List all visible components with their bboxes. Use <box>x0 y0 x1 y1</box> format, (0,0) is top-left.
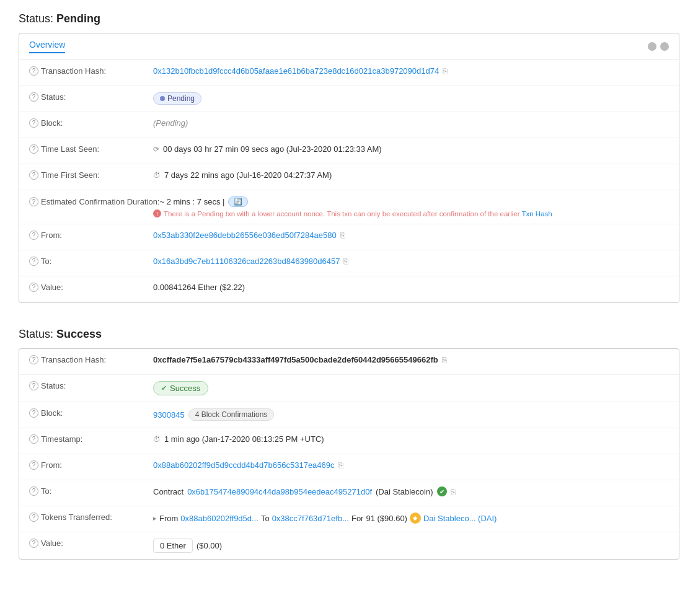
time-first-seen-row: ? Time First Seen: ⏱ 7 days 22 mins ago … <box>19 164 679 190</box>
value-value-success: 0 Ether ($0.00) <box>153 539 669 553</box>
timestamp-value: ⏱ 1 min ago (Jan-17-2020 08:13:25 PM +UT… <box>153 434 669 444</box>
time-last-help-icon[interactable]: ? <box>29 144 38 154</box>
txn-hash-link[interactable]: Txn Hash <box>521 210 552 218</box>
from-row-pending: ? From: 0x53ab330f2ee86debb26556e036ed50… <box>19 224 679 250</box>
tx-hash-copy-icon-s[interactable]: ⎘ <box>442 355 447 364</box>
block-pending-text: (Pending) <box>153 118 188 128</box>
dai-token-icon: ◈ <box>410 513 421 524</box>
value-value-pending: 0.00841264 Ether ($2.22) <box>153 283 669 292</box>
tokens-label: ? Tokens Transferred: <box>29 513 153 522</box>
to-contract-text: Contract <box>153 487 183 496</box>
time-first-seen-label: ? Time First Seen: <box>29 170 153 180</box>
to-address-link[interactable]: 0x16a3bd9c7eb11106326cad2263bd8463980d64… <box>153 257 340 266</box>
info-icon: ! <box>153 209 161 218</box>
card-header-pending: Overview <box>19 33 679 60</box>
dot-2 <box>660 42 669 51</box>
tx-hash-help-icon[interactable]: ? <box>29 66 38 76</box>
value-row-success: ? Value: 0 Ether ($0.00) <box>19 532 679 559</box>
status-label-success: ? Status: <box>29 381 153 390</box>
token-from-link[interactable]: 0x88ab60202ff9d5d... <box>180 514 258 523</box>
tokens-value: ▸ From 0x88ab60202ff9d5d... To 0x38cc7f7… <box>153 513 669 524</box>
timestamp-help-icon[interactable]: ? <box>29 434 38 444</box>
token-arrow: ▸ <box>153 514 157 522</box>
to-label-success: ? To: <box>29 486 153 496</box>
block-help-icon[interactable]: ? <box>29 118 38 128</box>
value-help-icon-s[interactable]: ? <box>29 539 38 548</box>
timestamp-row: ? Timestamp: ⏱ 1 min ago (Jan-17-2020 08… <box>19 428 679 454</box>
est-confirm-value: ~ 2 mins : 7 secs | 🔄 <box>159 196 669 207</box>
to-contract-name: (Dai Stablecoin) <box>376 487 433 496</box>
status-row-success: ? Status: Success <box>19 375 679 402</box>
est-confirm-badge: 🔄 <box>228 196 248 207</box>
from-copy-icon[interactable]: ⎘ <box>340 231 345 240</box>
pending-card: Overview ? Transaction Hash: 0x132b10fbc… <box>19 33 679 303</box>
status-badge-pending: Pending <box>153 92 201 105</box>
to-row-success: ? To: Contract 0x6b175474e89094c44da98b9… <box>19 480 679 506</box>
est-confirm-label: ? Estimated Confirmation Duration: <box>29 196 159 207</box>
block-row-pending: ? Block: (Pending) <box>19 112 679 138</box>
value-label-success: ? Value: <box>29 539 153 548</box>
status-help-icon[interactable]: ? <box>29 92 38 102</box>
block-value-pending: (Pending) <box>153 118 669 128</box>
status-label-pending: ? Status: <box>29 92 153 102</box>
from-help-icon-s[interactable]: ? <box>29 460 38 470</box>
from-help-icon[interactable]: ? <box>29 231 38 240</box>
block-label-pending: ? Block: <box>29 118 153 128</box>
tx-hash-label-success: ? Transaction Hash: <box>29 355 153 364</box>
est-help-icon[interactable]: ? <box>29 197 38 206</box>
tokens-row: ? Tokens Transferred: ▸ From 0x88ab60202… <box>19 506 679 532</box>
from-value-pending: 0x53ab330f2ee86debb26556e036ed50f7284ae5… <box>153 231 669 240</box>
time-last-seen-label: ? Time Last Seen: <box>29 144 153 154</box>
to-copy-icon[interactable]: ⎘ <box>343 257 348 266</box>
tx-hash-link[interactable]: 0x132b10fbcb1d9fccc4d6b05afaae1e61b6ba72… <box>153 66 439 76</box>
tokens-help-icon[interactable]: ? <box>29 513 38 522</box>
from-row-success: ? From: 0x88ab60202ff9d5d9ccdd4b4d7b656c… <box>19 454 679 480</box>
tx-hash-label: ? Transaction Hash: <box>29 66 153 76</box>
tx-hash-value: 0x132b10fbcb1d9fccc4d6b05afaae1e61b6ba72… <box>153 66 669 76</box>
tx-hash-copy-icon[interactable]: ⎘ <box>443 66 448 76</box>
clock-icon-last: ⟳ <box>153 145 159 154</box>
status-badge-success: Success <box>153 381 208 395</box>
block-help-icon-s[interactable]: ? <box>29 408 38 418</box>
tx-hash-row: ? Transaction Hash: 0x132b10fbcb1d9fccc4… <box>19 60 679 86</box>
status-help-icon-s[interactable]: ? <box>29 381 38 390</box>
to-row-pending: ? To: 0x16a3bd9c7eb11106326cad2263bd8463… <box>19 250 679 276</box>
from-value-success: 0x88ab60202ff9d5d9ccdd4b4d7b656c5317ea46… <box>153 460 669 470</box>
overview-tab[interactable]: Overview <box>29 40 65 53</box>
to-label-pending: ? To: <box>29 257 153 266</box>
from-label-success: ? From: <box>29 460 153 470</box>
tx-hash-value-success: 0xcffade7f5e1a67579cb4333aff497fd5a500cb… <box>153 355 669 364</box>
time-last-seen-value: ⟳ 00 days 03 hr 27 min 09 secs ago (Jul-… <box>153 144 669 154</box>
success-card: ? Transaction Hash: 0xcffade7f5e1a67579c… <box>19 348 679 560</box>
to-value-success: Contract 0x6b175474e89094c44da98b954eede… <box>153 486 669 496</box>
time-first-seen-value: ⏱ 7 days 22 mins ago (Jul-16-2020 04:27:… <box>153 170 669 180</box>
block-row-success: ? Block: 9300845 4 Block Confirmations <box>19 402 679 428</box>
from-address-link-s[interactable]: 0x88ab60202ff9d5d9ccdd4b4d7b656c5317ea46… <box>153 460 335 470</box>
success-section-title: Status: Success <box>19 328 679 341</box>
from-copy-icon-s[interactable]: ⎘ <box>338 460 343 470</box>
block-confirmations-badge: 4 Block Confirmations <box>188 408 275 421</box>
to-help-icon-s[interactable]: ? <box>29 486 38 496</box>
tx-hash-help-icon-s[interactable]: ? <box>29 355 38 364</box>
to-help-icon[interactable]: ? <box>29 257 38 266</box>
block-label-success: ? Block: <box>29 408 153 418</box>
status-row-pending: ? Status: Pending <box>19 86 679 112</box>
token-to-link[interactable]: 0x38cc7f763d71efb... <box>272 514 349 523</box>
value-help-icon[interactable]: ? <box>29 283 38 292</box>
tx-hash-text-success: 0xcffade7f5e1a67579cb4333aff497fd5a500cb… <box>153 355 438 364</box>
from-address-link[interactable]: 0x53ab330f2ee86debb26556e036ed50f7284ae5… <box>153 231 337 240</box>
from-label-pending: ? From: <box>29 231 153 240</box>
pending-section-title: Status: Pending <box>19 12 679 25</box>
dot-1 <box>648 42 656 51</box>
time-first-help-icon[interactable]: ? <box>29 170 38 180</box>
value-ether-box: 0 Ether <box>153 539 193 553</box>
header-dots <box>648 42 669 51</box>
block-number-link[interactable]: 9300845 <box>153 410 185 420</box>
dai-token-link[interactable]: Dai Stableco... (DAI) <box>423 514 497 523</box>
to-contract-link[interactable]: 0x6b175474e89094c44da98b954eedeac495271d… <box>187 487 372 496</box>
status-value-success: Success <box>153 381 669 395</box>
time-last-seen-row: ? Time Last Seen: ⟳ 00 days 03 hr 27 min… <box>19 138 679 164</box>
value-row-pending: ? Value: 0.00841264 Ether ($2.22) <box>19 276 679 302</box>
contract-verified-icon: ✔ <box>437 486 447 496</box>
to-copy-icon-s[interactable]: ⎘ <box>451 487 456 496</box>
